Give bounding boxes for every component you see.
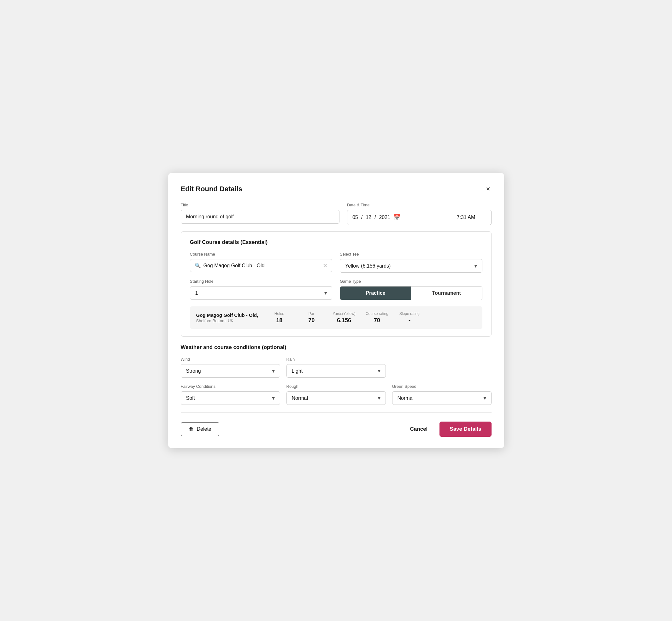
date-sep1: / <box>361 215 363 220</box>
course-rating-label: Course rating <box>366 312 388 316</box>
datetime-label: Date & Time <box>347 203 492 207</box>
rough-group: Rough Soft Normal Firm Hard ▼ <box>287 384 386 405</box>
par-label: Par <box>308 312 314 316</box>
course-name-input[interactable] <box>204 263 321 268</box>
date-month: 05 <box>352 215 358 220</box>
wind-label: Wind <box>181 357 280 362</box>
search-icon: 🔍 <box>195 262 201 268</box>
course-name-search-wrapper: 🔍 ✕ <box>190 259 333 272</box>
rain-group: Rain None Light Moderate Heavy ▼ <box>287 357 386 378</box>
time-input[interactable]: 7:31 AM <box>441 210 492 225</box>
save-button[interactable]: Save Details <box>439 422 491 437</box>
date-input[interactable]: 05 / 12 / 2021 📅 <box>347 210 441 225</box>
course-info-row: Gog Magog Golf Club - Old, Shelford Bott… <box>190 306 482 329</box>
cancel-button[interactable]: Cancel <box>405 422 433 436</box>
slope-rating-label: Slope rating <box>400 312 420 316</box>
delete-label: Delete <box>197 426 211 432</box>
rough-select-wrapper: Soft Normal Firm Hard ▼ <box>287 391 386 405</box>
title-datetime-row: Title Date & Time 05 / 12 / 2021 📅 7:31 … <box>181 203 492 225</box>
title-input[interactable] <box>181 210 339 224</box>
course-name-label: Course Name <box>190 252 333 256</box>
starting-hole-group: Starting Hole 1 2 3 10 ▼ <box>190 279 333 300</box>
modal-title: Edit Round Details <box>181 185 243 193</box>
select-tee-group: Select Tee Yellow (6,156 yards) White (6… <box>340 252 482 273</box>
holes-label: Holes <box>275 312 284 316</box>
clear-course-button[interactable]: ✕ <box>323 263 328 268</box>
course-tee-row: Course Name 🔍 ✕ Select Tee Yellow (6,156… <box>190 252 482 273</box>
calendar-icon: 📅 <box>393 214 401 221</box>
par-value: 70 <box>308 317 314 324</box>
datetime-group: Date & Time 05 / 12 / 2021 📅 7:31 AM <box>347 203 492 225</box>
practice-button[interactable]: Practice <box>340 287 411 300</box>
delete-button[interactable]: 🗑 Delete <box>181 422 219 436</box>
fairway-select-wrapper: Soft Normal Firm Hard ▼ <box>181 391 280 405</box>
date-year: 2021 <box>379 215 390 220</box>
golf-course-section: Golf Course details (Essential) Course N… <box>181 231 492 337</box>
conditions-row: Fairway Conditions Soft Normal Firm Hard… <box>181 384 492 405</box>
title-label: Title <box>181 203 339 207</box>
yards-label: Yards(Yellow) <box>333 312 355 316</box>
yards-value: 6,156 <box>337 317 351 324</box>
wind-select-wrapper: None Light Moderate Strong ▼ <box>181 364 280 378</box>
time-value: 7:31 AM <box>457 215 475 220</box>
green-speed-select-wrapper: Slow Normal Fast Very Fast ▼ <box>392 391 492 405</box>
golf-section-title: Golf Course details (Essential) <box>190 239 482 246</box>
title-group: Title <box>181 203 339 225</box>
close-button[interactable]: × <box>485 184 492 194</box>
footer-row: 🗑 Delete Cancel Save Details <box>181 422 492 437</box>
weather-section: Weather and course conditions (optional)… <box>181 344 492 405</box>
course-info-name: Gog Magog Golf Club - Old, <box>196 313 258 318</box>
wind-dropdown[interactable]: None Light Moderate Strong <box>181 364 280 378</box>
datetime-inputs: 05 / 12 / 2021 📅 7:31 AM <box>347 210 492 225</box>
rain-select-wrapper: None Light Moderate Heavy ▼ <box>287 364 386 378</box>
wind-group: Wind None Light Moderate Strong ▼ <box>181 357 280 378</box>
course-info-location: Shelford Bottom, UK <box>196 318 258 323</box>
course-rating-value: 70 <box>374 317 380 324</box>
rough-dropdown[interactable]: Soft Normal Firm Hard <box>287 391 386 405</box>
green-speed-label: Green Speed <box>392 384 492 389</box>
select-tee-dropdown[interactable]: Yellow (6,156 yards) White (6,700 yards)… <box>340 259 482 273</box>
trash-icon: 🗑 <box>189 426 194 432</box>
date-sep2: / <box>375 215 376 220</box>
hole-gametype-row: Starting Hole 1 2 3 10 ▼ Game Type Pract… <box>190 279 482 300</box>
course-rating-stat: Course rating 70 <box>366 312 388 324</box>
wind-rain-row: Wind None Light Moderate Strong ▼ Rain N… <box>181 357 492 378</box>
slope-rating-value: - <box>409 317 411 324</box>
footer-right: Cancel Save Details <box>405 422 492 437</box>
rough-label: Rough <box>287 384 386 389</box>
starting-hole-label: Starting Hole <box>190 279 333 284</box>
edit-round-modal: Edit Round Details × Title Date & Time 0… <box>168 173 504 448</box>
course-info-name-block: Gog Magog Golf Club - Old, Shelford Bott… <box>196 313 258 323</box>
select-tee-wrapper: Yellow (6,156 yards) White (6,700 yards)… <box>340 259 482 273</box>
yards-stat: Yards(Yellow) 6,156 <box>333 312 355 324</box>
modal-header: Edit Round Details × <box>181 184 492 194</box>
game-type-label: Game Type <box>340 279 482 284</box>
rain-label: Rain <box>287 357 386 362</box>
weather-section-title: Weather and course conditions (optional) <box>181 344 492 350</box>
fairway-dropdown[interactable]: Soft Normal Firm Hard <box>181 391 280 405</box>
fairway-group: Fairway Conditions Soft Normal Firm Hard… <box>181 384 280 405</box>
rain-dropdown[interactable]: None Light Moderate Heavy <box>287 364 386 378</box>
game-type-toggle: Practice Tournament <box>340 286 482 300</box>
fairway-label: Fairway Conditions <box>181 384 280 389</box>
tournament-button[interactable]: Tournament <box>411 287 482 300</box>
slope-rating-stat: Slope rating - <box>398 312 421 324</box>
holes-value: 18 <box>276 317 282 324</box>
course-name-group: Course Name 🔍 ✕ <box>190 252 333 273</box>
starting-hole-dropdown[interactable]: 1 2 3 10 <box>190 286 333 300</box>
footer-divider <box>181 412 492 413</box>
select-tee-label: Select Tee <box>340 252 482 256</box>
starting-hole-wrapper: 1 2 3 10 ▼ <box>190 286 333 300</box>
green-speed-dropdown[interactable]: Slow Normal Fast Very Fast <box>392 391 492 405</box>
green-speed-group: Green Speed Slow Normal Fast Very Fast ▼ <box>392 384 492 405</box>
par-stat: Par 70 <box>300 312 323 324</box>
date-day: 12 <box>366 215 371 220</box>
holes-stat: Holes 18 <box>268 312 290 324</box>
game-type-group: Game Type Practice Tournament <box>340 279 482 300</box>
